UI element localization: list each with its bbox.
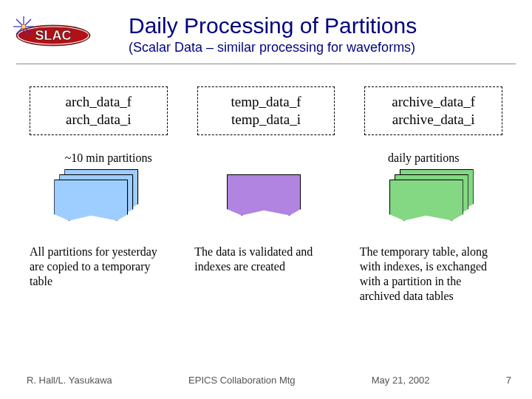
box-arch-l2: arch_data_i bbox=[47, 111, 151, 129]
stack-arch bbox=[30, 169, 168, 219]
slac-logo: SLAC bbox=[10, 13, 99, 58]
page-subtitle: (Scalar Data – similar processing for wa… bbox=[129, 40, 417, 55]
footer-meeting: EPICS Collaboration Mtg bbox=[188, 375, 296, 386]
label-daily: daily partitions bbox=[345, 151, 502, 165]
box-temp-l1: temp_data_f bbox=[214, 93, 318, 111]
svg-point-7 bbox=[21, 24, 26, 29]
divider bbox=[16, 64, 516, 64]
desc-exchange: The temporary table, along with indexes,… bbox=[360, 245, 502, 304]
box-temp-l2: temp_data_i bbox=[214, 111, 318, 129]
box-archive: archive_data_f archive_data_i bbox=[364, 86, 502, 135]
footer-author: R. Hall/L. Yasukawa bbox=[27, 375, 112, 386]
svg-text:SLAC: SLAC bbox=[35, 28, 72, 43]
box-arch-l1: arch_data_f bbox=[47, 93, 151, 111]
footer-date: May 21, 2002 bbox=[372, 375, 430, 386]
label-10min: ~10 min partitions bbox=[30, 151, 187, 165]
box-archive-l2: archive_data_i bbox=[381, 111, 485, 129]
stack-temp bbox=[197, 169, 335, 219]
stack-archive bbox=[364, 169, 502, 219]
box-arch: arch_data_f arch_data_i bbox=[30, 86, 168, 135]
box-archive-l1: archive_data_f bbox=[381, 93, 485, 111]
desc-copy: All partitions for yesterday are copied … bbox=[30, 245, 172, 304]
desc-validate: The data is validated and indexes are cr… bbox=[194, 245, 337, 304]
page-title: Daily Processing of Partitions bbox=[129, 13, 417, 38]
footer-page: 7 bbox=[506, 375, 511, 386]
box-temp: temp_data_f temp_data_i bbox=[197, 86, 335, 135]
